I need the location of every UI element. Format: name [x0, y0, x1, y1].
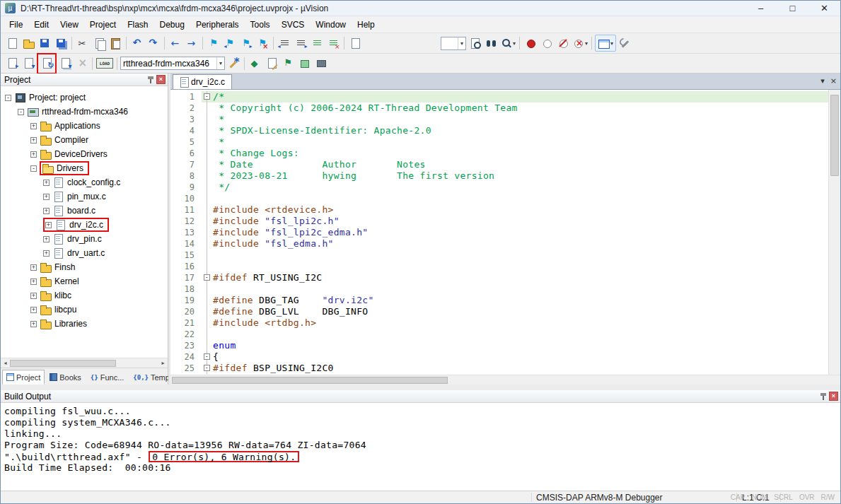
- save-button[interactable]: [37, 35, 52, 52]
- tree-item-rtthread-frdm-mcxa346[interactable]: -rtthread-frdm-mcxa346: [1, 105, 168, 119]
- expand-icon[interactable]: +: [43, 180, 50, 186]
- target-select[interactable]: rtthread-frdm-mcxa346▾: [120, 57, 225, 70]
- properties-button[interactable]: [347, 35, 363, 52]
- manage-rte-button[interactable]: [248, 55, 263, 72]
- copy-button[interactable]: [91, 35, 107, 52]
- comment-button[interactable]: [309, 35, 325, 52]
- tree-item-drv-uart-c[interactable]: +drv_uart.c: [1, 246, 168, 260]
- pin-icon[interactable]: [820, 393, 826, 400]
- expand-icon[interactable]: +: [43, 194, 50, 200]
- close-tab-button[interactable]: ×: [830, 76, 837, 86]
- indent-button[interactable]: [293, 35, 308, 52]
- paste-button[interactable]: [108, 35, 123, 52]
- code-line-7[interactable]: 7 * Date Author Notes: [170, 159, 840, 170]
- build-output-content[interactable]: compiling fsl_wuu.c...compiling system_M…: [1, 403, 840, 491]
- undo-button[interactable]: [129, 35, 145, 52]
- menu-help[interactable]: Help: [352, 18, 381, 32]
- find-combo[interactable]: ▾: [441, 37, 466, 50]
- code-line-2[interactable]: 2 * Copyright (c) 2006-2024 RT-Thread De…: [170, 102, 840, 114]
- tree-item-drivers[interactable]: -Drivers: [1, 161, 168, 175]
- menu-project[interactable]: Project: [84, 18, 122, 32]
- code-line-21[interactable]: 21#include <rtdbg.h>: [170, 317, 840, 329]
- code-line-12[interactable]: 12#include "fsl_lpi2c.h": [170, 216, 840, 227]
- pack-installer-button[interactable]: [296, 55, 312, 72]
- collapse-icon[interactable]: -: [30, 165, 37, 172]
- cut-button[interactable]: [75, 35, 91, 52]
- expand-icon[interactable]: +: [30, 279, 37, 285]
- expand-icon[interactable]: +: [43, 208, 50, 214]
- collapse-icon[interactable]: -: [5, 95, 11, 101]
- stop-build-button[interactable]: [74, 55, 89, 72]
- device-database-button[interactable]: [313, 55, 328, 72]
- code-line-9[interactable]: 9 */: [170, 182, 840, 193]
- translate-button[interactable]: [4, 55, 20, 72]
- close-output-button[interactable]: ×: [829, 392, 838, 401]
- menu-edit[interactable]: Edit: [28, 18, 54, 32]
- code-line-1[interactable]: 1-/*: [170, 91, 840, 102]
- options-target-button[interactable]: [226, 55, 241, 72]
- menu-view[interactable]: View: [54, 18, 84, 32]
- code-area[interactable]: 1-/*2 * Copyright (c) 2006-2024 RT-Threa…: [170, 90, 840, 375]
- expand-icon[interactable]: +: [30, 123, 37, 129]
- panel-tab-project[interactable]: Project: [2, 370, 45, 385]
- download-button[interactable]: LOAD: [95, 55, 114, 72]
- redo-button[interactable]: [146, 35, 161, 52]
- breakpoint-disable-all-button[interactable]: [555, 35, 571, 52]
- tree-item-drv-i2c-c[interactable]: +drv_i2c.c: [1, 218, 168, 232]
- hscroll-thumb[interactable]: [172, 377, 448, 384]
- expand-icon[interactable]: +: [43, 250, 50, 257]
- build-button[interactable]: [21, 55, 36, 72]
- menu-debug[interactable]: Debug: [154, 18, 190, 32]
- uncomment-button[interactable]: [325, 35, 341, 52]
- pin-icon[interactable]: [147, 76, 153, 83]
- code-line-18[interactable]: 18: [170, 283, 840, 295]
- code-line-17[interactable]: 17-#ifdef RT_USING_I2C: [170, 272, 840, 283]
- panel-tab-books[interactable]: Books: [45, 370, 86, 385]
- scroll-right-icon[interactable]: ▸: [158, 360, 168, 366]
- window-layout-button[interactable]: ▾: [595, 35, 616, 52]
- code-line-10[interactable]: 10: [170, 193, 840, 204]
- code-line-4[interactable]: 4 * SPDX-License-Identifier: Apache-2.0: [170, 125, 840, 136]
- close-panel-button[interactable]: ×: [156, 75, 166, 84]
- menu-flash[interactable]: Flash: [122, 18, 153, 32]
- expand-icon[interactable]: +: [30, 151, 37, 158]
- menu-file[interactable]: File: [4, 18, 28, 32]
- expand-icon[interactable]: +: [30, 293, 37, 299]
- tree-item-applications[interactable]: +Applications: [1, 119, 168, 133]
- menu-peripherals[interactable]: Peripherals: [190, 18, 245, 32]
- expand-icon[interactable]: +: [43, 236, 50, 242]
- code-line-5[interactable]: 5 *: [170, 136, 840, 148]
- maximize-button[interactable]: □: [777, 1, 808, 16]
- editor-hscrollbar[interactable]: [170, 375, 840, 385]
- output-splitter[interactable]: [1, 385, 840, 390]
- breakpoint-toggle-button[interactable]: [523, 35, 538, 52]
- code-line-14[interactable]: 14#include "fsl_edma.h": [170, 238, 840, 250]
- fold-toggle-icon[interactable]: -: [204, 365, 210, 371]
- code-line-6[interactable]: 6 * Change Logs:: [170, 148, 840, 159]
- code-line-20[interactable]: 20#define DBG_LVL DBG_INFO: [170, 306, 840, 317]
- unindent-button[interactable]: [277, 35, 292, 52]
- expand-icon[interactable]: +: [30, 137, 37, 143]
- breakpoint-kill-all-button[interactable]: ▾: [572, 35, 588, 52]
- tree-item-board-c[interactable]: +board.c: [1, 204, 168, 218]
- collapse-icon[interactable]: -: [18, 109, 24, 115]
- batch-build-button[interactable]: [57, 55, 73, 72]
- fold-toggle-icon[interactable]: -: [204, 353, 210, 360]
- save-all-button[interactable]: [53, 35, 69, 52]
- expand-icon[interactable]: +: [30, 264, 37, 271]
- tree-item-compiler[interactable]: +Compiler: [1, 133, 168, 147]
- code-line-3[interactable]: 3 *: [170, 114, 840, 125]
- menu-tools[interactable]: Tools: [245, 18, 276, 32]
- tree-item-clock-config-c[interactable]: +clock_config.c: [1, 175, 168, 189]
- tree-item-finsh[interactable]: +Finsh: [1, 260, 168, 274]
- tree-item-libraries[interactable]: +Libraries: [1, 317, 168, 331]
- scroll-left-icon[interactable]: ◂: [1, 360, 10, 366]
- bookmark-next-button[interactable]: [238, 35, 254, 52]
- vscroll-thumb[interactable]: [830, 95, 839, 176]
- expand-icon[interactable]: +: [30, 307, 37, 313]
- code-line-11[interactable]: 11#include <rtdevice.h>: [170, 204, 840, 216]
- find-button[interactable]: [483, 35, 499, 52]
- manage-project-items-button[interactable]: [264, 55, 279, 72]
- close-button[interactable]: ✕: [808, 1, 840, 16]
- code-line-23[interactable]: 23enum: [170, 340, 840, 351]
